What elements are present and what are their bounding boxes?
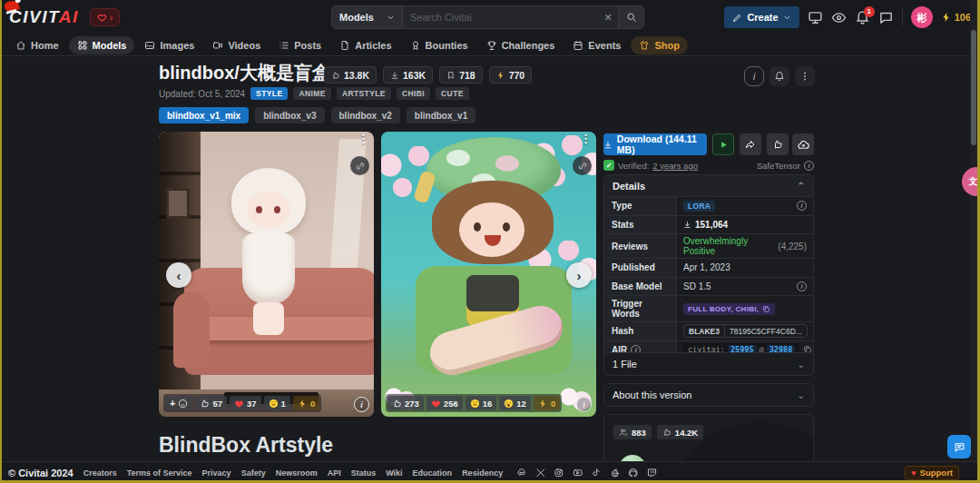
nav-item-home[interactable]: Home: [7, 36, 67, 54]
model-info-button[interactable]: i: [744, 66, 764, 86]
reddit-icon[interactable]: [610, 468, 621, 478]
vault-button[interactable]: [792, 133, 814, 155]
chat-button[interactable]: [878, 10, 894, 25]
github-icon[interactable]: [628, 468, 639, 478]
likes-stat[interactable]: 13.8K: [324, 66, 377, 84]
laugh-reaction[interactable]: 1: [264, 396, 290, 410]
nav-item-articles[interactable]: Articles: [331, 36, 399, 54]
hash-badge[interactable]: BLAKE3 78195C5CFF4C6D...: [683, 324, 808, 338]
image1-menu-button[interactable]: ⋮: [358, 136, 367, 141]
cry-reaction[interactable]: 12: [499, 396, 531, 410]
image1-link-button[interactable]: [350, 156, 369, 175]
type-badge[interactable]: LORA: [683, 201, 715, 212]
run-model-button[interactable]: [712, 133, 734, 155]
footer-link-education[interactable]: Education: [413, 468, 453, 478]
footer-link-terms[interactable]: Terms of Service: [127, 468, 192, 478]
share-button[interactable]: [740, 133, 761, 155]
browsing-level-button[interactable]: [831, 10, 847, 25]
create-button[interactable]: Create: [724, 6, 799, 28]
footer-link-privacy[interactable]: Privacy: [202, 468, 231, 478]
image2-info-button[interactable]: i: [576, 397, 592, 412]
nav-item-posts[interactable]: Posts: [270, 36, 329, 54]
carousel-prev-button[interactable]: ‹: [166, 262, 191, 288]
nav-item-images[interactable]: Images: [136, 36, 202, 54]
support-button[interactable]: ♥ Support: [905, 466, 959, 480]
version-tab-v1[interactable]: blindbox_v1: [407, 107, 475, 123]
civitai-logo[interactable]: CIVITAI: [9, 7, 79, 27]
files-section[interactable]: 1 File ⌄: [603, 352, 814, 376]
youtube-icon[interactable]: [573, 468, 583, 478]
thumb-up-icon: [662, 428, 671, 437]
discord-icon[interactable]: [516, 468, 527, 478]
nav-item-challenges[interactable]: Challenges: [478, 36, 564, 54]
scrollbar-thumb[interactable]: [971, 30, 976, 145]
notifications-button[interactable]: 1: [855, 10, 870, 25]
like-model-button[interactable]: [767, 133, 789, 155]
footer-link-status[interactable]: Status: [351, 468, 377, 478]
detail-row-stats: Stats 151,064: [604, 215, 813, 234]
reviews-rating-link[interactable]: Overwhelmingly Positive: [683, 236, 774, 256]
format-info-icon[interactable]: i: [804, 161, 814, 171]
footer-link-creators[interactable]: Creators: [83, 468, 117, 478]
heart-reaction[interactable]: 256: [426, 396, 463, 410]
footer-link-api[interactable]: API: [328, 468, 341, 478]
search-category-select[interactable]: Models: [332, 6, 403, 28]
version-tab-v3[interactable]: blindbox_v3: [255, 107, 324, 123]
twitch-icon[interactable]: [647, 468, 658, 478]
nav-item-videos[interactable]: Videos: [204, 36, 269, 54]
carousel-next-button[interactable]: ›: [566, 262, 592, 288]
image2-link-button[interactable]: [573, 156, 592, 175]
nav-item-models[interactable]: Models: [69, 36, 135, 54]
tip-reaction[interactable]: 0: [293, 396, 319, 410]
tiktok-icon[interactable]: [591, 468, 602, 478]
version-tab-v2[interactable]: blindbox_v2: [331, 107, 400, 123]
type-info-icon[interactable]: i: [797, 201, 807, 211]
tag-artstyle[interactable]: ARTSTYLE: [337, 87, 391, 100]
image2-menu-button[interactable]: ⋮: [580, 136, 589, 141]
downloads-stat[interactable]: 163K: [383, 66, 433, 84]
tag-cute[interactable]: CUTE: [436, 87, 469, 100]
heart-reaction[interactable]: 37: [230, 396, 261, 410]
download-app-button[interactable]: [808, 10, 823, 25]
supporter-heart-button[interactable]: ›: [90, 8, 121, 26]
footer-link-safety[interactable]: Safety: [241, 468, 266, 478]
footer-link-wiki[interactable]: Wiki: [386, 468, 402, 478]
footer-link-newsroom[interactable]: Newsroom: [276, 468, 318, 478]
chat-float-button[interactable]: [947, 435, 971, 458]
tips-stat[interactable]: 770: [489, 66, 533, 84]
gallery-image-2[interactable]: ⋮ 273 256 16 12: [381, 132, 596, 417]
search-button[interactable]: [618, 6, 643, 28]
download-button[interactable]: Download (144.11 MB): [603, 133, 707, 155]
trigger-words-badge[interactable]: FULL BODY, CHIBI,: [683, 303, 775, 315]
about-version-section[interactable]: About this version ⌄: [603, 383, 814, 407]
image1-info-button[interactable]: i: [354, 397, 369, 412]
search-clear-button[interactable]: ✕: [598, 6, 618, 28]
tag-style[interactable]: STYLE: [250, 87, 288, 100]
x-twitter-icon[interactable]: [535, 468, 546, 478]
copy-icon[interactable]: [762, 305, 770, 313]
tag-chibi[interactable]: CHIBI: [397, 87, 430, 100]
laugh-reaction[interactable]: 16: [466, 396, 497, 410]
more-options-button[interactable]: [795, 66, 815, 86]
search-input[interactable]: [403, 6, 598, 28]
nav-item-events[interactable]: Events: [564, 36, 629, 54]
bolt-icon: [496, 71, 505, 80]
instagram-icon[interactable]: [554, 468, 564, 478]
base-model-info-icon[interactable]: i: [797, 281, 807, 291]
details-header[interactable]: Details ⌃: [604, 175, 813, 196]
nav-item-bounties[interactable]: Bounties: [402, 36, 476, 54]
footer-link-residency[interactable]: Residency: [462, 468, 503, 478]
buzz-balance[interactable]: 106: [941, 12, 971, 23]
tip-reaction[interactable]: 0: [534, 396, 560, 410]
nav-item-shop[interactable]: Shop: [631, 36, 688, 54]
tag-anime[interactable]: ANIME: [293, 87, 330, 100]
add-reaction-button[interactable]: +: [165, 396, 192, 410]
bookmarks-stat[interactable]: 718: [439, 66, 483, 84]
user-avatar[interactable]: 彬: [911, 6, 933, 28]
version-tab-v1-mix[interactable]: blindbox_v1_mix: [159, 107, 249, 123]
verified-time-link[interactable]: 2 years ago: [652, 161, 698, 171]
follow-alerts-button[interactable]: [769, 66, 789, 86]
search-icon: [626, 12, 637, 23]
thumb-reaction[interactable]: 273: [387, 396, 424, 410]
thumb-reaction[interactable]: 57: [195, 396, 227, 410]
